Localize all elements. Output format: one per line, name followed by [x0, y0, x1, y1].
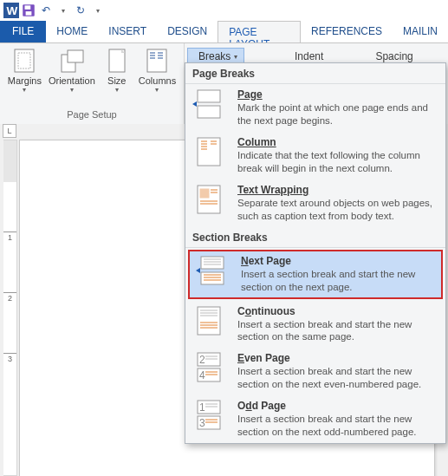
ruler-tick: 2	[3, 292, 16, 304]
tab-page-layout[interactable]: PAGE LAYOUT	[218, 21, 301, 42]
save-icon[interactable]	[21, 3, 36, 18]
continuous-icon	[192, 305, 227, 336]
ruler-tick: 1	[3, 231, 16, 244]
chevron-down-icon: ▾	[115, 86, 119, 94]
undo-icon[interactable]: ↶	[38, 3, 54, 18]
svg-text:3: 3	[199, 417, 205, 429]
breaks-dropdown: Page Breaks PageMark the point at which …	[185, 62, 446, 444]
breaks-label: Breaks	[198, 50, 230, 62]
tab-file[interactable]: FILE	[0, 21, 46, 42]
break-odd-page-title: Odd Page	[237, 400, 438, 412]
break-column-desc: Indicate that the text following the col…	[237, 149, 438, 175]
columns-button[interactable]: Columns ▾	[135, 46, 179, 95]
break-column-title: Column	[237, 136, 276, 148]
svg-text:2: 2	[199, 354, 205, 366]
orientation-icon	[59, 48, 85, 74]
break-column[interactable]: ColumnIndicate that the text following t…	[185, 132, 445, 179]
margins-icon	[13, 48, 36, 74]
break-text-wrapping[interactable]: Text WrappingSeparate text around object…	[185, 179, 445, 227]
ruler-corner[interactable]: L	[3, 124, 16, 138]
customize-qat-icon[interactable]: ▾	[90, 3, 106, 18]
svg-rect-20	[198, 106, 220, 118]
break-next-page[interactable]: NNext Pageext PageInsert a section break…	[188, 250, 443, 299]
columns-label: Columns	[139, 75, 176, 86]
ruler-tick: 3	[3, 353, 16, 365]
text-wrapping-icon	[192, 184, 227, 215]
undo-more-icon[interactable]: ▾	[55, 3, 71, 18]
break-page[interactable]: PageMark the point at which one page end…	[185, 84, 445, 132]
next-page-icon	[196, 255, 230, 286]
tab-references[interactable]: REFERENCES	[301, 21, 393, 42]
svg-rect-19	[198, 90, 220, 102]
column-break-icon	[192, 136, 227, 167]
chevron-down-icon: ▾	[155, 86, 159, 94]
columns-icon	[146, 48, 168, 74]
indent-label: Indent	[295, 50, 323, 62]
page-break-icon	[192, 88, 227, 120]
vertical-ruler[interactable]: 1 2 3	[3, 140, 17, 476]
orientation-label: Orientation	[49, 75, 95, 86]
break-even-page-title: Even Page	[237, 352, 438, 364]
tab-home[interactable]: HOME	[46, 21, 98, 42]
break-continuous[interactable]: ContinuousInsert a section break and sta…	[185, 301, 445, 349]
size-label: Size	[107, 75, 126, 86]
tab-insert[interactable]: INSERT	[98, 21, 157, 42]
tab-design[interactable]: DESIGN	[157, 21, 218, 42]
section-breaks-header: Section Breaks	[185, 227, 445, 248]
word-icon: W	[3, 3, 19, 18]
svg-text:1: 1	[199, 401, 205, 414]
chevron-down-icon: ▾	[234, 53, 237, 61]
svg-rect-30	[200, 189, 209, 198]
svg-rect-8	[68, 50, 83, 62]
break-page-desc: Mark the point at which one page ends an…	[237, 101, 438, 127]
svg-text:W: W	[6, 4, 17, 17]
page-setup-group-label: Page Setup	[67, 109, 117, 121]
quick-access-toolbar: W ↶ ▾ ↻ ▾	[0, 0, 448, 21]
size-icon	[107, 48, 127, 74]
svg-text:4: 4	[199, 369, 205, 381]
svg-rect-44	[198, 307, 220, 335]
odd-page-icon: 13	[192, 400, 227, 431]
break-odd-page[interactable]: 13 Odd PageInsert a section break and st…	[185, 395, 445, 443]
chevron-down-icon: ▾	[23, 86, 26, 94]
break-odd-page-desc: Insert a section break and start the new…	[237, 413, 438, 439]
redo-icon[interactable]: ↻	[73, 3, 88, 18]
break-text-wrapping-desc: Separate text around objects on web page…	[237, 197, 438, 223]
svg-rect-39	[201, 272, 224, 284]
break-text-wrapping-title: Text Wrapping	[237, 184, 308, 196]
even-page-icon: 24	[192, 352, 227, 383]
break-continuous-desc: Insert a section break and start the new…	[237, 318, 438, 344]
svg-marker-43	[196, 268, 200, 273]
tab-mailings[interactable]: MAILIN	[393, 21, 448, 42]
size-button[interactable]: Size ▾	[99, 46, 135, 95]
chevron-down-icon: ▾	[70, 86, 74, 94]
break-next-page-desc: Insert a section break and start the new…	[241, 268, 435, 294]
break-continuous-title: Continuous	[237, 305, 438, 317]
margins-button[interactable]: Margins ▾	[4, 46, 45, 95]
margins-label: Margins	[8, 75, 42, 86]
break-even-page[interactable]: 24 Even PageInsert a section break and s…	[185, 348, 445, 395]
svg-rect-3	[25, 5, 31, 10]
svg-marker-21	[192, 101, 197, 107]
svg-rect-4	[26, 11, 32, 16]
svg-rect-35	[201, 257, 224, 269]
page-breaks-header: Page Breaks	[185, 63, 445, 84]
orientation-button[interactable]: Orientation ▾	[45, 46, 99, 95]
ribbon-tabs: FILE HOME INSERT DESIGN PAGE LAYOUT REFE…	[0, 21, 448, 42]
svg-rect-22	[198, 138, 220, 166]
break-even-page-desc: Insert a section break and start the new…	[237, 365, 438, 391]
spacing-label: Spacing	[375, 50, 412, 62]
page-setup-group: Margins ▾ Orientation ▾ Size ▾ Columns ▾…	[0, 43, 185, 124]
break-page-title: Page	[237, 88, 263, 101]
